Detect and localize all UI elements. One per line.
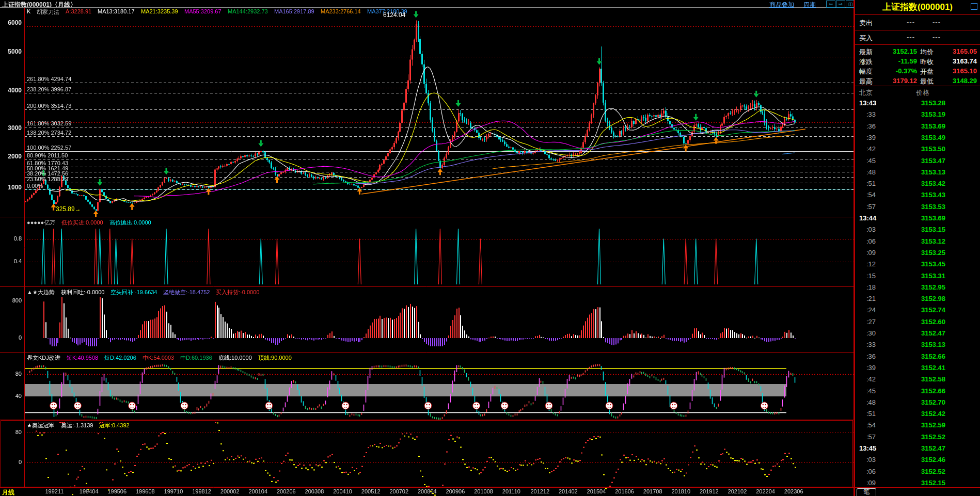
x-axis-label: 201912 [700, 488, 719, 494]
x-axis-label: 200702 [389, 488, 408, 494]
panel-header-daqushi: 买入持货:-0.0000 [216, 289, 259, 296]
tick-time: :51 [866, 410, 876, 418]
tick-time: :15 [866, 272, 876, 280]
panel-header-aoyun: ★奥运冠军 [27, 422, 55, 429]
quote-value: -11.59 [880, 57, 917, 65]
tick-price: 3153.69 [904, 122, 945, 130]
fib-level-label: 161.80% 3032.59 [27, 120, 71, 126]
tick-price: 3152.46 [904, 456, 945, 463]
fib-level-label: 138.20% 2734.72 [27, 130, 71, 136]
ma-header-item: MA21:3235.39 [141, 8, 178, 14]
tick-time: :48 [866, 168, 876, 176]
tick-price: 3153.50 [904, 145, 945, 153]
buy-label: 买入 [859, 34, 873, 43]
panel-header-daqushi: 坚绝做空:-18.4752 [163, 289, 210, 296]
ma-header-item: MA165:2917.89 [274, 8, 314, 14]
period-label: 月线 [2, 488, 14, 496]
panel-header-kdj: 中K:54.0003 [143, 354, 174, 362]
tick-price: 3152.47 [904, 444, 945, 452]
quote-label: 最高 [859, 77, 873, 86]
tick-price: 3153.13 [904, 168, 945, 176]
y-axis-label: 5000 [0, 48, 22, 55]
tick-time: :39 [866, 364, 876, 372]
tick-price: 3152.66 [904, 387, 945, 395]
quote-label: 幅度 [859, 67, 873, 76]
tick-time: 13:44 [859, 214, 876, 222]
ma-header-item: 胡家刀法 [37, 8, 59, 16]
window-restore-icon[interactable] [971, 3, 977, 10]
panel-header-kdj: 界文KDJ改进 [27, 354, 60, 362]
ma-header-item: MA55:3209.67 [184, 8, 222, 14]
tick-price: 3152.98 [904, 295, 945, 302]
tick-time: :03 [866, 456, 876, 463]
panel-header-aoyun: 奥运:-1.3139 [61, 422, 93, 429]
panel-header-yiwan: ●●●●●亿万 [27, 219, 55, 227]
tick-price: 3152.52 [904, 433, 945, 441]
quote-label: 最新 [859, 47, 873, 57]
panel-y-label: 0.8 [0, 235, 22, 242]
tick-price: 3153.69 [904, 214, 945, 222]
panel-header-kdj: 中D:60.1936 [180, 354, 212, 362]
prev-arrow-icon[interactable]: ⇦ [826, 1, 835, 8]
quote-value: 3179.12 [880, 77, 917, 85]
x-axis-label: 200512 [361, 488, 381, 494]
x-axis-label: 201008 [474, 488, 493, 494]
sell-label: 卖出 [859, 19, 873, 28]
panel-header-daqushi: 获利回吐:-0.0000 [61, 289, 104, 296]
tick-price: 3152.66 [904, 353, 945, 360]
panel-header-kdj: 短D:42.0206 [104, 354, 136, 362]
y-axis-label: 3000 [0, 124, 22, 132]
tick-price: 3152.59 [904, 421, 945, 429]
fib-level-label: 200.00% 3514.73 [27, 103, 71, 109]
x-axis-label: 199710 [164, 488, 183, 494]
tick-price: 3152.60 [904, 318, 945, 326]
tick-price: 3153.13 [904, 341, 945, 348]
x-axis-label: 200104 [248, 488, 267, 494]
quote-value: -0.37% [880, 67, 917, 75]
trading-terminal: 上证指数(000001)〈月线〉 商品叠加 周期 ⇦ ⇨ ◫ K胡家刀法A:32… [0, 0, 980, 496]
y-axis-label: 2000 [0, 153, 22, 160]
y-axis-label: 6000 [0, 19, 22, 26]
tab-bi[interactable]: 笔 [857, 488, 876, 496]
x-axis-label: 201810 [671, 488, 690, 494]
tick-price: 3152.70 [904, 398, 945, 406]
tick-time: :42 [866, 375, 876, 383]
tick-price: 3153.28 [904, 99, 945, 107]
next-arrow-icon[interactable]: ⇨ [836, 1, 845, 8]
x-axis-label: 200002 [220, 488, 240, 494]
x-axis-label: 202204 [756, 488, 775, 494]
ma-header-item: MA144:2932.73 [228, 8, 268, 14]
tick-time: 13:45 [859, 444, 876, 452]
fib-level-label: 0.00% [27, 183, 43, 189]
x-axis-label: 199608 [136, 488, 155, 494]
x-axis-label: 200804 [418, 488, 437, 494]
panel-y-label: 0.4 [0, 258, 22, 264]
sell-price: --- [907, 19, 915, 26]
fib-level-label: 261.80% 4294.74 [27, 76, 71, 82]
tick-time: :36 [866, 122, 876, 130]
x-axis-label: 200410 [333, 488, 352, 494]
fib-level-label: 100.00% 2252.57 [27, 145, 71, 151]
quote-label: 最低 [920, 77, 934, 86]
period-link[interactable]: 周期 [803, 1, 816, 9]
quote-value: 3148.29 [940, 77, 977, 85]
tick-price: 3153.19 [904, 110, 945, 118]
fib-level-label: 238.20% 3996.87 [27, 86, 71, 92]
tick-time: :45 [866, 157, 876, 165]
tick-time: :03 [866, 226, 876, 233]
fib-level-label: 80.90% 2011.50 [27, 152, 68, 158]
panel-y-label: 40 [0, 393, 22, 399]
tick-time: :09 [866, 249, 876, 257]
x-axis-label: 200906 [446, 488, 465, 494]
panel-header-kdj: 顶线:90.0000 [258, 354, 292, 362]
overlay-link[interactable]: 商品叠加 [769, 1, 794, 9]
tick-price: 3152.41 [904, 364, 945, 372]
tick-price: 3152.15 [904, 479, 945, 487]
tick-price: 3153.15 [904, 226, 945, 233]
panel-y-label: 80 [0, 429, 22, 435]
panel-y-label: 800 [0, 297, 22, 303]
quote-title: 上证指数(000001) [855, 1, 980, 13]
price-column-header: 价格 [916, 88, 929, 98]
tick-time: :24 [866, 306, 876, 314]
quote-value: 3163.74 [940, 57, 977, 65]
